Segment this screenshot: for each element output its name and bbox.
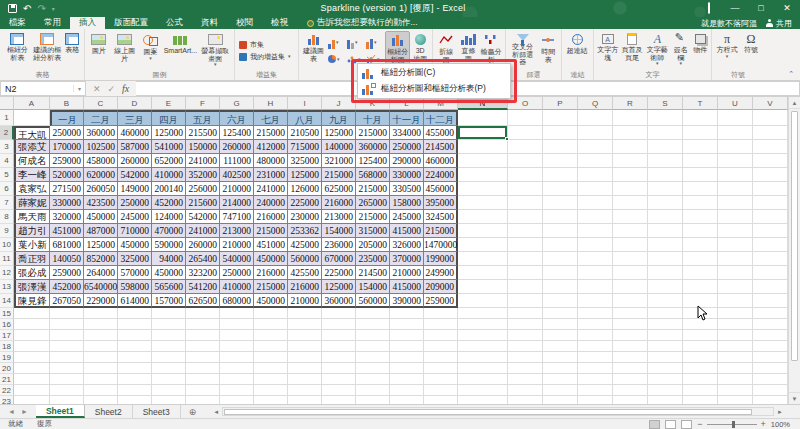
cell-S23[interactable] [648, 396, 683, 404]
cell-V19[interactable] [753, 352, 788, 363]
cell-M12[interactable]: 249900 [424, 266, 458, 280]
name-cell-A2[interactable]: 王大凱 [14, 126, 50, 140]
cell-G10[interactable]: 210000 [220, 238, 254, 252]
ribbon-tab-5[interactable]: 公式 [157, 17, 192, 29]
cell-N3[interactable] [458, 140, 508, 154]
redo-button[interactable]: ↷ [37, 4, 45, 14]
cell-R13[interactable] [613, 280, 648, 294]
cell-Q17[interactable] [578, 330, 613, 341]
cell-Q15[interactable] [578, 308, 613, 319]
cell-I10[interactable]: 425000 [288, 238, 322, 252]
cell-M14[interactable]: 259000 [424, 294, 458, 308]
cell-M11[interactable]: 199000 [424, 252, 458, 266]
cell-B16[interactable] [50, 319, 84, 330]
ribbon-tab-6[interactable]: 資料 [192, 17, 227, 29]
cell-E11[interactable]: 94000 [152, 252, 186, 266]
cell-Q7[interactable] [578, 196, 613, 210]
cell-K11[interactable]: 235000 [356, 252, 390, 266]
zoom-slider[interactable] [707, 424, 757, 425]
insert-hierarchy-chart-button[interactable]: ▾ [347, 34, 364, 50]
cell-Q4[interactable] [578, 154, 613, 168]
cell-N9[interactable] [458, 224, 508, 238]
cell-Q22[interactable] [578, 385, 613, 396]
insert-pie-chart-button[interactable]: ▾ [328, 51, 345, 67]
cell-H16[interactable] [254, 319, 288, 330]
row-header-8[interactable]: 8 [0, 210, 14, 224]
cell-P17[interactable] [543, 330, 578, 341]
cell-T22[interactable] [683, 385, 718, 396]
online-pictures-button[interactable]: 線上圖片 [111, 31, 139, 70]
select-all-corner[interactable] [0, 97, 14, 110]
cell-J16[interactable] [322, 319, 356, 330]
cell-T8[interactable] [683, 210, 718, 224]
cell-U13[interactable] [718, 280, 753, 294]
cell-M9[interactable]: 215000 [424, 224, 458, 238]
month-header-4[interactable]: 四月 [152, 110, 186, 126]
cell-R9[interactable] [613, 224, 648, 238]
cell-S9[interactable] [648, 224, 683, 238]
cell-G14[interactable]: 680000 [220, 294, 254, 308]
cell-E9[interactable]: 470000 [152, 224, 186, 238]
cell-E6[interactable]: 200140 [152, 182, 186, 196]
cell-G9[interactable]: 213000 [220, 224, 254, 238]
cell-I20[interactable] [288, 363, 322, 374]
cell-V17[interactable] [753, 330, 788, 341]
cell-R16[interactable] [613, 319, 648, 330]
row-header-23[interactable]: 23 [0, 396, 14, 404]
cell-O9[interactable] [508, 224, 543, 238]
cell-P1[interactable] [543, 110, 578, 126]
cell-E17[interactable] [152, 330, 186, 341]
cell-S3[interactable] [648, 140, 683, 154]
scroll-up-icon[interactable]: ▲ [789, 97, 800, 109]
month-header-8[interactable]: 八月 [288, 110, 322, 126]
cell-K14[interactable]: 560000 [356, 294, 390, 308]
cell-N13[interactable] [458, 280, 508, 294]
save-icon[interactable] [8, 4, 17, 13]
cell-O8[interactable] [508, 210, 543, 224]
cell-I6[interactable]: 126000 [288, 182, 322, 196]
cell-B4[interactable]: 259000 [50, 154, 84, 168]
cell-V23[interactable] [753, 396, 788, 404]
cell-C11[interactable]: 852000 [84, 252, 118, 266]
cell-R19[interactable] [613, 352, 648, 363]
cell-C2[interactable]: 360000 [84, 126, 118, 140]
cell-R20[interactable] [613, 363, 648, 374]
cell-H20[interactable] [254, 363, 288, 374]
cell-O12[interactable] [508, 266, 543, 280]
cell-P22[interactable] [543, 385, 578, 396]
column-header-B[interactable]: B [50, 97, 84, 110]
cell-A22[interactable] [14, 385, 50, 396]
qat-customize-button[interactable]: ▾ [52, 4, 55, 14]
cell-V11[interactable] [753, 252, 788, 266]
cell-O15[interactable] [508, 308, 543, 319]
menu-item-2[interactable]: 樞紐分析圖和樞紐分析表(P) [359, 81, 509, 97]
page-break-view-button[interactable] [681, 420, 692, 429]
cell-V15[interactable] [753, 308, 788, 319]
cell-K22[interactable] [356, 385, 390, 396]
cell-H5[interactable]: 231000 [254, 168, 288, 182]
cell-C22[interactable] [84, 385, 118, 396]
cell-Q13[interactable] [578, 280, 613, 294]
cell-A21[interactable] [14, 374, 50, 385]
cell-N15[interactable] [458, 308, 508, 319]
cell-H15[interactable] [254, 308, 288, 319]
cell-S13[interactable] [648, 280, 683, 294]
cell-N16[interactable] [458, 319, 508, 330]
cell-N8[interactable] [458, 210, 508, 224]
cell-I23[interactable] [288, 396, 322, 404]
name-cell-A14[interactable]: 陳見鋒 [14, 294, 50, 308]
cell-J8[interactable]: 213000 [322, 210, 356, 224]
vertical-scrollbar[interactable]: ▲ ▼ [788, 97, 800, 404]
month-header-6[interactable]: 六月 [220, 110, 254, 126]
cell-H17[interactable] [254, 330, 288, 341]
cell-L18[interactable] [390, 341, 424, 352]
menu-item-1[interactable]: 樞紐分析圖(C) [359, 65, 509, 81]
cell-V14[interactable] [753, 294, 788, 308]
cell-K17[interactable] [356, 330, 390, 341]
cell-T17[interactable] [683, 330, 718, 341]
cell-Q1[interactable] [578, 110, 613, 126]
cell-S8[interactable] [648, 210, 683, 224]
object-button[interactable]: 物件 [691, 31, 709, 70]
cell-S17[interactable] [648, 330, 683, 341]
signature-line-button[interactable]: 簽名欄▾ [670, 31, 691, 70]
